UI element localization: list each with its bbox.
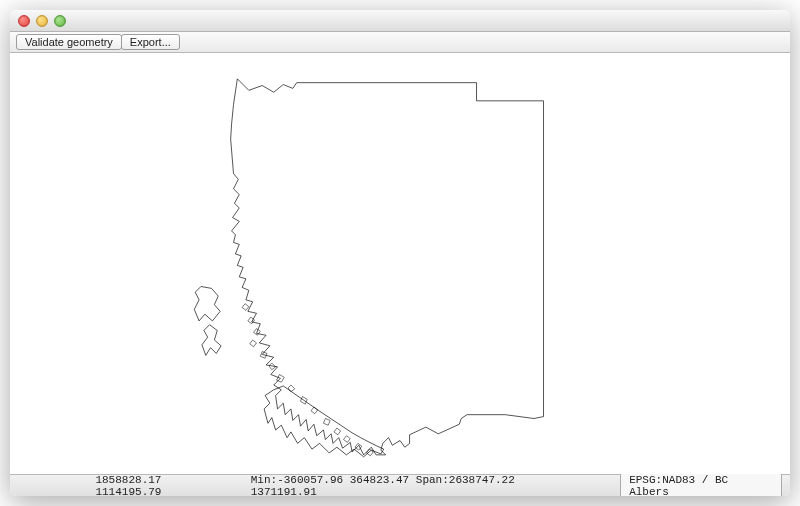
validate-geometry-button[interactable]: Validate geometry bbox=[16, 34, 122, 50]
cursor-x: 1858828.17 bbox=[95, 474, 161, 486]
titlebar[interactable] bbox=[10, 10, 790, 32]
map-outline bbox=[194, 79, 543, 457]
cursor-coordinates: 1858828.17 1114195.79 bbox=[95, 474, 232, 497]
span-label: Span: bbox=[416, 474, 449, 486]
export-button[interactable]: Export... bbox=[121, 34, 180, 50]
min-label: Min: bbox=[251, 474, 277, 486]
map-svg bbox=[10, 53, 790, 474]
window-close-button[interactable] bbox=[18, 15, 30, 27]
statusbar: 1858828.17 1114195.79 Min:-360057.96 364… bbox=[10, 474, 790, 496]
extent-info: Min:-360057.96 364823.47 Span:2638747.22… bbox=[251, 474, 584, 497]
min-y: 364823.47 bbox=[350, 474, 409, 486]
span-x: 2638747.22 bbox=[449, 474, 515, 486]
span-y: 1371191.91 bbox=[251, 486, 317, 497]
app-window: Validate geometry Export... bbox=[10, 10, 790, 496]
cursor-y: 1114195.79 bbox=[95, 486, 161, 497]
window-zoom-button[interactable] bbox=[54, 15, 66, 27]
min-x: -360057.96 bbox=[277, 474, 343, 486]
map-canvas[interactable] bbox=[10, 53, 790, 474]
crs-indicator[interactable]: EPSG:NAD83 / BC Albers bbox=[620, 472, 782, 497]
window-minimize-button[interactable] bbox=[36, 15, 48, 27]
toolbar: Validate geometry Export... bbox=[10, 32, 790, 53]
